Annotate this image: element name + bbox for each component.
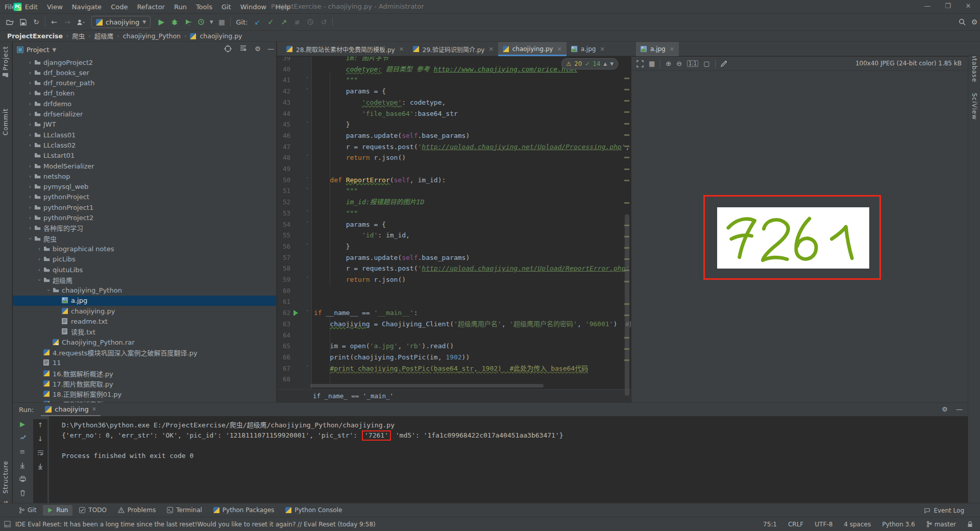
minimize-button[interactable]: — — [919, 0, 936, 13]
print-button[interactable] — [18, 474, 27, 484]
menu-edit[interactable]: Edit — [20, 3, 42, 11]
tree-item-读我.txt[interactable]: 读我.txt — [13, 327, 276, 337]
profiler-chevron-icon[interactable]: ▼ — [208, 16, 215, 28]
prev-inspection-icon[interactable]: ▲ — [603, 61, 607, 66]
git-push-icon[interactable]: ↗ — [277, 16, 290, 28]
fold-marker-icon[interactable]: ˆ — [304, 119, 311, 130]
forward-icon[interactable]: → — [61, 16, 74, 28]
fold-marker-icon[interactable]: ˆ — [304, 274, 311, 285]
chevron-right-icon[interactable]: › — [36, 256, 42, 262]
chevron-right-icon[interactable]: › — [27, 214, 33, 221]
editor-tab-a.jpg[interactable]: a.jpg✕ — [636, 42, 679, 56]
next-inspection-icon[interactable]: ▼ — [610, 61, 614, 66]
close-button[interactable]: ✕ — [960, 0, 977, 13]
breadcrumb-item[interactable]: 超级鹰 — [94, 31, 114, 41]
chevron-right-icon[interactable]: › — [27, 90, 33, 96]
chevron-right-icon[interactable]: › — [27, 183, 33, 190]
chevron-right-icon[interactable]: › — [27, 80, 33, 86]
zoom-in-icon[interactable]: ⊕ — [666, 60, 671, 67]
toolwindow-tab-problems[interactable]: Problems — [113, 505, 160, 516]
toolwindow-event-log[interactable]: Event Log — [919, 505, 969, 516]
up-stack-icon[interactable]: ↑ — [36, 420, 45, 429]
menu-code[interactable]: Code — [106, 3, 132, 11]
git-history-icon[interactable] — [304, 16, 317, 28]
chevron-right-icon[interactable]: › — [27, 204, 33, 211]
git-commit-icon[interactable]: ✓ — [264, 16, 277, 28]
close-icon[interactable]: ✕ — [92, 406, 96, 413]
sidebar-item-project[interactable]: Project — [2, 46, 9, 78]
breadcrumb-item[interactable]: chaojiying.py — [200, 32, 242, 40]
code-editor[interactable]: 39im: 图片字节40codetype: 题目类型 参考 http://www… — [277, 57, 631, 402]
toolwindow-tab-todo[interactable]: TODO — [75, 505, 111, 516]
tree-item-a.jpg[interactable]: a.jpg — [13, 296, 276, 306]
down-stack-icon[interactable]: ↓ — [36, 434, 45, 443]
tree-item-qiutuLibs[interactable]: ›qiutuLibs — [13, 264, 276, 275]
toolwindow-tab-python-console[interactable]: Python Console — [281, 505, 347, 516]
chevron-right-icon[interactable]: › — [36, 267, 42, 273]
tree-item-drf_router_path[interactable]: ›drf_router_path — [13, 78, 276, 88]
chevron-down-icon[interactable]: › — [45, 287, 52, 294]
fold-marker-icon[interactable]: ˇ — [304, 363, 311, 374]
tree-item-pythonProject1[interactable]: ›pythonProject1 — [13, 202, 276, 212]
toolwindow-tab-run[interactable]: Run — [43, 505, 72, 516]
project-panel-header[interactable]: Project ▼ — [13, 43, 276, 56]
chevron-right-icon[interactable]: › — [27, 132, 33, 138]
chevron-right-icon[interactable]: › — [27, 59, 33, 66]
chevron-right-icon[interactable]: › — [36, 246, 42, 252]
fold-marker-icon[interactable]: ˇ — [304, 175, 311, 186]
tree-item-LLstart01[interactable]: LLstart01 — [13, 151, 276, 161]
indent-setting[interactable]: 4 spaces — [844, 521, 871, 528]
zoom-fit-icon[interactable] — [636, 60, 644, 67]
chevron-right-icon[interactable]: › — [27, 194, 33, 200]
run-config-selector[interactable]: chaojiying ▼ — [91, 16, 151, 28]
chevron-right-icon[interactable]: › — [27, 121, 33, 128]
tree-item-chaojiying.py[interactable]: chaojiying.py — [13, 306, 276, 316]
maximize-button[interactable]: ❐ — [939, 0, 957, 13]
sync-icon[interactable]: ↻ — [30, 16, 43, 28]
close-icon[interactable]: ✕ — [399, 46, 404, 53]
run-line-icon[interactable] — [293, 310, 298, 316]
tree-item-ModelSerializer[interactable]: ›ModelSerializer — [13, 161, 276, 171]
tree-item-drf_books_ser[interactable]: ›drf_books_ser — [13, 67, 276, 78]
menu-window[interactable]: Window — [236, 3, 271, 11]
toolwindow-tab-python-packages[interactable]: Python Packages — [209, 505, 279, 516]
chevron-down-icon[interactable]: › — [27, 235, 34, 242]
tree-item-pythonProject[interactable]: ›pythonProject — [13, 192, 276, 202]
git-update-icon[interactable]: ↙ — [251, 16, 264, 28]
fold-marker-icon[interactable]: ˇ — [304, 185, 311, 197]
save-icon[interactable] — [16, 16, 30, 28]
chevron-down-icon[interactable]: › — [36, 277, 43, 283]
git-diff-icon[interactable]: ≢ — [290, 16, 304, 28]
inspections-widget[interactable]: ⚠20 ✓14 ▲ ▼ — [561, 58, 618, 69]
fold-marker-icon[interactable]: ˇ — [304, 86, 311, 97]
breadcrumb-item[interactable]: ProjectExercise — [7, 32, 63, 40]
tree-item-readme.txt[interactable]: readme.txt — [13, 317, 276, 327]
chevron-right-icon[interactable]: › — [27, 101, 33, 107]
git-branch-widget[interactable]: master — [926, 521, 956, 528]
menu-git[interactable]: Git — [217, 3, 236, 11]
tree-item-超级鹰[interactable]: ›超级鹰 — [13, 275, 276, 285]
chevron-right-icon[interactable]: › — [27, 173, 33, 180]
run-settings-gear-icon[interactable]: ⚙ — [942, 405, 948, 413]
stop-button[interactable] — [18, 433, 27, 442]
menu-view[interactable]: View — [42, 3, 67, 11]
toolwindow-tab-git[interactable]: Git — [14, 505, 41, 516]
interpreter[interactable]: Python 3.6 — [882, 521, 915, 528]
search-everywhere-icon[interactable] — [955, 16, 969, 28]
editor-vertical-scrollbar[interactable] — [625, 214, 629, 396]
edit-image-icon[interactable] — [721, 60, 727, 67]
toolwindow-tab-terminal[interactable]: Terminal — [162, 505, 207, 516]
tree-item-picLibs[interactable]: ›picLibs — [13, 254, 276, 264]
editor-tab-29.验证码识别简介.py[interactable]: 29.验证码识别简介.py✕ — [408, 42, 498, 56]
tree-item-11[interactable]: 11 — [13, 358, 276, 368]
fold-marker-icon[interactable]: ˇ — [304, 219, 311, 230]
tree-item-drfdemo[interactable]: ›drfdemo — [13, 99, 276, 109]
menu-run[interactable]: Run — [169, 3, 191, 11]
close-icon[interactable]: ✕ — [670, 46, 674, 53]
editor-tab-28.爬取站长素材中免费简历模板.py[interactable]: 28.爬取站长素材中免费简历模板.py✕ — [282, 42, 408, 56]
tree-item-17.图片数据爬取.py[interactable]: 17.图片数据爬取.py — [13, 378, 276, 389]
debug-icon[interactable] — [168, 16, 181, 28]
toolwindow-toggle-icon[interactable] — [4, 521, 11, 527]
menu-tools[interactable]: Tools — [191, 3, 217, 11]
panel-settings-gear-icon[interactable]: ⚙ — [255, 45, 261, 53]
